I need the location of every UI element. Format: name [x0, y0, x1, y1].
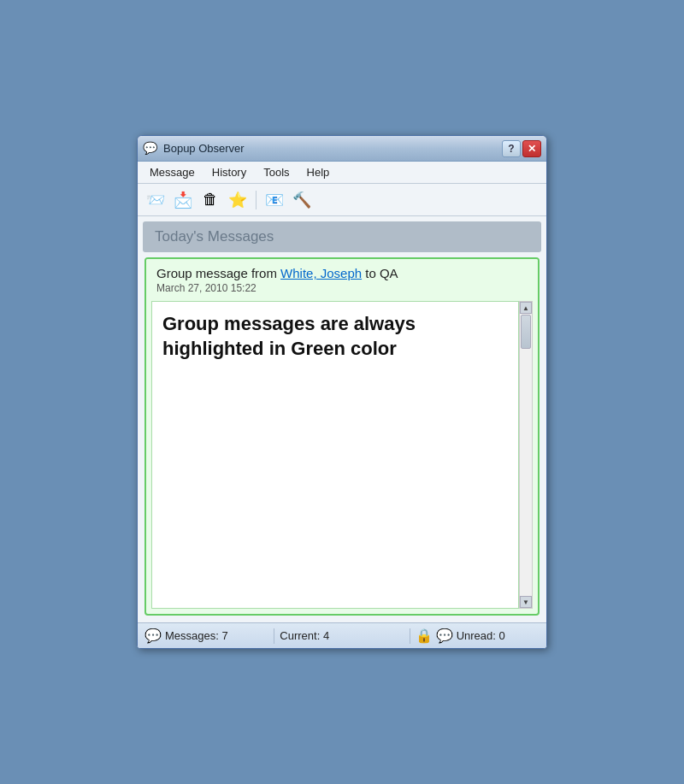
menu-history[interactable]: History [203, 163, 255, 181]
message-container: Group message from White, Joseph to QA M… [144, 257, 540, 616]
status-app-icon: 💬 [144, 628, 162, 644]
menu-tools[interactable]: Tools [255, 163, 298, 181]
status-separator-1 [274, 628, 274, 644]
status-current: Current: 4 [280, 629, 404, 642]
message-scrollbar[interactable]: ▲ ▼ [519, 301, 533, 609]
app-window: 💬 Bopup Observer ? ✕ Message History Too… [137, 135, 547, 649]
close-button[interactable]: ✕ [522, 140, 541, 157]
window-title: Bopup Observer [163, 142, 245, 155]
section-header-text: Today's Messages [155, 228, 274, 245]
send-icon: 📧 [265, 191, 284, 209]
reply-button[interactable]: 📩 [170, 188, 196, 212]
status-unread-icon: 💬 [436, 628, 453, 644]
status-current-label: Current: 4 [280, 629, 329, 642]
section-header: Today's Messages [143, 221, 541, 252]
scrollbar-up-button[interactable]: ▲ [520, 302, 532, 314]
star-icon: ⭐ [228, 191, 247, 209]
scrollbar-thumb[interactable] [521, 315, 531, 349]
tools-button[interactable]: 🔨 [289, 188, 315, 212]
status-bar: 💬 Messages: 7 Current: 4 🔒 💬 Unread: 0 [138, 622, 546, 648]
status-lock-icon: 🔒 [416, 628, 433, 644]
toolbar: 📨 📩 🗑 ⭐ 📧 🔨 [138, 184, 546, 216]
scrollbar-down-button[interactable]: ▼ [520, 596, 532, 608]
reply-icon: 📩 [174, 191, 192, 209]
message-body: Group messages are always highlighted in… [151, 301, 519, 609]
message-sender-link[interactable]: White, Joseph [280, 266, 362, 280]
receive-button[interactable]: 📨 [143, 188, 168, 212]
help-button[interactable]: ? [502, 140, 521, 157]
message-to-suffix: to QA [362, 266, 398, 280]
status-unread: 🔒 💬 Unread: 0 [416, 628, 540, 644]
tools-icon: 🔨 [292, 191, 311, 209]
message-header: Group message from White, Joseph to QA M… [146, 259, 538, 298]
message-body-text: Group messages are always highlighted in… [162, 312, 508, 361]
message-from-line: Group message from White, Joseph to QA [156, 266, 528, 280]
star-button[interactable]: ⭐ [225, 188, 251, 212]
title-bar: 💬 Bopup Observer ? ✕ [138, 136, 546, 162]
menu-bar: Message History Tools Help [138, 162, 546, 184]
status-unread-label: Unread: 0 [457, 629, 505, 642]
title-bar-left: 💬 Bopup Observer [143, 141, 245, 156]
message-body-wrapper: Group messages are always highlighted in… [151, 301, 533, 609]
scrollbar-track [520, 314, 532, 596]
app-icon: 💬 [143, 141, 158, 156]
send-button[interactable]: 📧 [262, 188, 287, 212]
delete-icon: 🗑 [203, 191, 218, 209]
menu-help[interactable]: Help [298, 163, 339, 181]
title-bar-buttons: ? ✕ [502, 140, 541, 157]
status-messages-label: Messages: 7 [165, 629, 228, 642]
status-separator-2 [410, 628, 410, 644]
toolbar-separator [256, 191, 256, 209]
message-from-prefix: Group message from [156, 266, 280, 280]
receive-icon: 📨 [146, 191, 165, 209]
menu-message[interactable]: Message [141, 163, 203, 181]
delete-button[interactable]: 🗑 [198, 188, 223, 212]
status-messages: 💬 Messages: 7 [144, 628, 268, 644]
message-date: March 27, 2010 15:22 [156, 282, 528, 294]
